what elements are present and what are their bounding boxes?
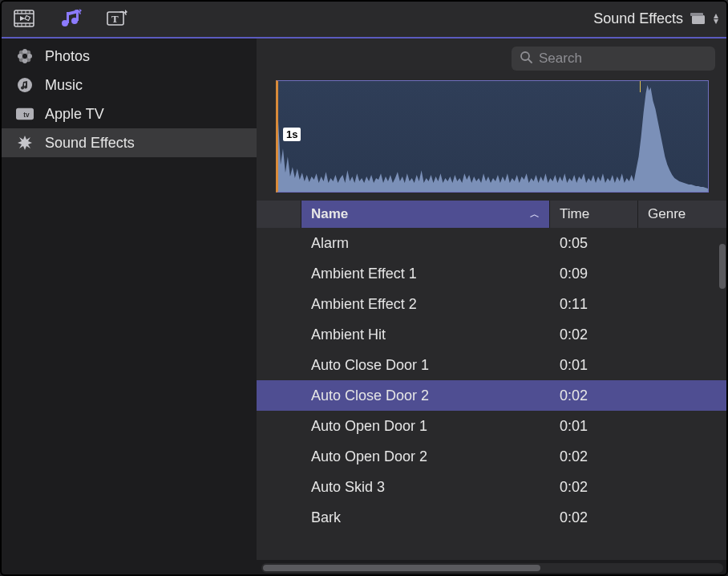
folder-stack-icon (690, 11, 707, 26)
appletv-icon: tv (16, 105, 34, 123)
cell-name: Auto Close Door 2 (301, 387, 550, 404)
cell-name: Ambient Hit (301, 327, 550, 343)
cell-time: 0:02 (550, 509, 638, 526)
sidebar-item-photos[interactable]: Photos (0, 42, 257, 71)
svg-line-36 (528, 59, 532, 63)
svg-point-28 (26, 57, 30, 62)
table-row[interactable]: Ambient Effect 20:11 (257, 289, 728, 319)
svg-rect-15 (67, 12, 69, 23)
column-header-genre[interactable]: Genre (638, 201, 728, 228)
sidebar-item-appletv[interactable]: tv Apple TV (0, 99, 257, 128)
top-toolbar: T Sound Effects ▴▾ (0, 0, 728, 39)
burst-icon (16, 134, 34, 152)
music-icon (16, 76, 34, 94)
cell-time: 0:02 (550, 479, 638, 496)
svg-point-29 (19, 57, 24, 62)
videos-tab-icon[interactable] (10, 4, 38, 33)
table-row[interactable]: Alarm0:05 (257, 228, 728, 258)
table-row[interactable]: Bark0:02 (257, 502, 728, 533)
results-table: Name ︿ Time Genre Alarm0:05Ambient Effec… (257, 201, 728, 560)
cell-name: Alarm (301, 235, 550, 252)
waveform-marker (640, 81, 641, 92)
vertical-scrollbar[interactable] (719, 244, 726, 289)
cell-time: 0:02 (550, 327, 638, 343)
column-header-name[interactable]: Name ︿ (301, 201, 550, 228)
svg-point-30 (19, 51, 24, 55)
sidebar-item-label: Photos (45, 48, 90, 65)
audio-tab-icon[interactable] (56, 4, 85, 33)
cell-name: Ambient Effect 1 (301, 266, 550, 282)
svg-marker-17 (79, 9, 82, 13)
cell-time: 0:09 (550, 266, 638, 282)
svg-point-27 (26, 51, 30, 55)
sidebar-item-music[interactable]: Music (0, 71, 257, 99)
sidebar-item-label: Apple TV (45, 106, 104, 123)
sort-ascending-icon: ︿ (530, 208, 540, 221)
cell-name: Auto Skid 3 (301, 479, 550, 496)
column-header-time[interactable]: Time (550, 201, 638, 228)
chevron-updown-icon: ▴▾ (714, 13, 718, 24)
table-row[interactable]: Auto Skid 30:02 (257, 472, 728, 502)
table-row[interactable]: Auto Open Door 20:02 (257, 441, 728, 472)
sidebar: Photos Music tv Apple TV Sound Effects (0, 39, 257, 560)
sidebar-item-sound-effects[interactable]: Sound Effects (0, 128, 257, 157)
waveform-preview[interactable]: 1s (276, 80, 709, 193)
column-header-time-label: Time (560, 206, 589, 222)
cell-name: Auto Open Door 2 (301, 448, 550, 465)
cell-time: 0:02 (550, 387, 638, 404)
horizontal-scrollbar-thumb[interactable] (263, 565, 540, 571)
horizontal-scrollbar[interactable] (261, 563, 723, 573)
search-field[interactable] (512, 47, 715, 71)
library-switcher-label: Sound Effects (593, 10, 683, 27)
svg-marker-11 (20, 16, 25, 21)
waveform-graphic (278, 81, 708, 193)
search-input[interactable] (539, 51, 707, 67)
main-panel: 1s Name ︿ Time Genre Alarm0:05Ambient Ef… (257, 39, 728, 560)
cell-time: 0:01 (550, 357, 638, 374)
cell-time: 0:05 (550, 235, 638, 252)
titles-tab-icon[interactable]: T (103, 4, 131, 33)
table-row[interactable]: Auto Close Door 10:01 (257, 350, 728, 380)
table-row[interactable]: Ambient Effect 10:09 (257, 258, 728, 289)
svg-rect-22 (690, 13, 703, 16)
table-row[interactable]: Auto Open Door 10:01 (257, 411, 728, 441)
sidebar-item-label: Music (45, 77, 83, 94)
svg-point-31 (18, 78, 32, 92)
cell-name: Auto Close Door 1 (301, 357, 550, 374)
library-switcher[interactable]: Sound Effects ▴▾ (593, 10, 718, 27)
sidebar-item-label: Sound Effects (45, 135, 135, 152)
table-header: Name ︿ Time Genre (257, 201, 728, 228)
search-icon (520, 51, 532, 67)
svg-marker-20 (125, 10, 127, 14)
svg-text:tv: tv (23, 112, 30, 119)
cell-name: Ambient Effect 2 (301, 296, 550, 313)
svg-marker-34 (18, 136, 32, 150)
cell-time: 0:01 (550, 418, 638, 435)
column-header-spacer (257, 201, 301, 228)
svg-text:T: T (111, 13, 119, 25)
table-body: Alarm0:05Ambient Effect 10:09Ambient Eff… (257, 228, 728, 533)
svg-rect-21 (692, 15, 705, 24)
column-header-name-label: Name (311, 206, 348, 222)
cell-time: 0:02 (550, 448, 638, 465)
svg-marker-12 (25, 16, 30, 21)
cell-name: Bark (301, 509, 550, 526)
table-row[interactable]: Auto Close Door 20:02 (257, 380, 728, 411)
column-header-genre-label: Genre (648, 206, 686, 222)
waveform-time-label: 1s (283, 128, 301, 141)
cell-name: Auto Open Door 1 (301, 418, 550, 435)
table-row[interactable]: Ambient Hit0:02 (257, 319, 728, 350)
photos-icon (16, 47, 34, 65)
cell-time: 0:11 (550, 296, 638, 313)
